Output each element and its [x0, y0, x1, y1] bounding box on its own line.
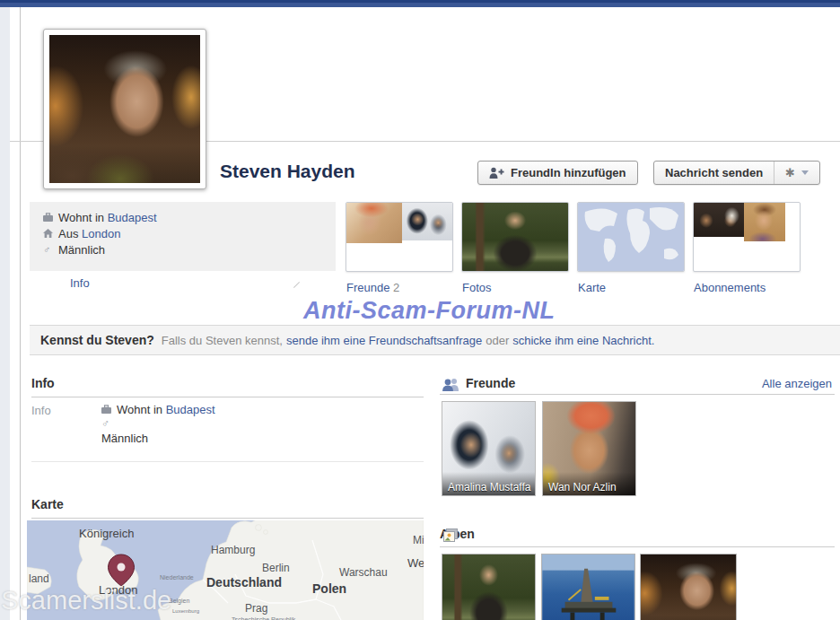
banner-conjunction: oder [486, 334, 509, 347]
top-navbar [0, 0, 840, 7]
add-friend-button[interactable]: FreundIn hinzufügen [477, 161, 638, 185]
add-friend-icon [489, 167, 504, 179]
friends-tile-label[interactable]: Freunde 2 [346, 281, 399, 294]
gender-row: ♂ Männlich [30, 241, 336, 258]
send-message-button[interactable]: Nachricht senden [654, 162, 774, 184]
map-label-berlin: Berlin [262, 562, 290, 574]
info-section-header: Info [31, 376, 424, 397]
info-lives-text: Wohnt in [117, 403, 162, 416]
info-section-title: Info [31, 376, 55, 390]
page-title: Steven Hayden [220, 161, 355, 182]
lives-in-text: Wohnt in [58, 211, 104, 224]
subscriptions-tile[interactable] [693, 202, 801, 272]
left-gutter [0, 7, 10, 620]
world-map-thumbnail [578, 203, 684, 271]
lives-in-link[interactable]: Budapest [108, 211, 157, 224]
map-section-title: Karte [31, 497, 64, 511]
from-row: Aus London [30, 225, 336, 241]
profile-photo[interactable] [43, 29, 206, 189]
friend-tile-amalina[interactable]: Amalina Mustaffa [442, 401, 536, 496]
photos-tile-label[interactable]: Fotos [462, 281, 492, 294]
pencil-icon [293, 282, 300, 288]
watermark-anti-scam: Anti-Scam-Forum-NL [303, 297, 556, 325]
album-thumb-oil-rig[interactable] [541, 554, 635, 620]
settings-dropdown-button[interactable]: ✱ [774, 162, 819, 184]
chevron-down-icon [801, 170, 809, 175]
see-all-friends-link[interactable]: Alle anzeigen [762, 377, 832, 390]
from-text: Aus [58, 227, 78, 240]
photos-tile[interactable] [461, 202, 569, 272]
map-label-belarus: Weiß [407, 556, 424, 570]
friends-section-header: Freunde Alle anzeigen [440, 374, 835, 395]
map-label-czech: Tschechische Republik [232, 616, 296, 620]
message-button-group: Nachricht senden ✱ [653, 161, 820, 185]
send-message-label: Nachricht senden [665, 166, 763, 179]
banner-message-link[interactable]: schicke ihm eine Nachricht. [512, 334, 654, 347]
albums-icon [443, 528, 458, 546]
map-label-hamburg: Hamburg [211, 544, 255, 556]
friend-name: Wan Nor Azlin [543, 472, 635, 495]
know-steven-banner: Kennst du Steven? Falls du Steven kennst… [30, 325, 840, 355]
friend-photo: Amalina Mustaffa [442, 402, 535, 495]
map-label-land: land [29, 572, 49, 585]
banner-friend-request-link[interactable]: sende ihm eine Freundschaftsanfrage [286, 334, 482, 347]
map-label-minsk: Mi [413, 534, 424, 546]
profile-photo-image [49, 35, 200, 183]
subscriptions-tile-photo-2 [744, 203, 785, 241]
map-section-header: Karte [31, 497, 424, 519]
gender-text: Männlich [58, 243, 105, 257]
map-label-netherlands: Niederlande [160, 574, 194, 581]
page-left-border [20, 7, 21, 620]
map-label-prague: Prag [245, 602, 267, 615]
photos-tile-photo [462, 203, 568, 271]
gear-icon: ✱ [785, 166, 795, 179]
male-icon: ♂ [101, 417, 109, 430]
friends-count: 2 [393, 281, 399, 294]
map-label-kingdom: Königreich [79, 527, 134, 540]
friend-name: Amalina Mustaffa [442, 472, 535, 495]
friend-photo: Wan Nor Azlin [543, 402, 635, 495]
friends-tile[interactable] [346, 202, 453, 272]
map-label-luxembourg: Luxemburg [172, 608, 199, 614]
friends-section-title: Freunde [466, 376, 515, 390]
banner-prefix: Falls du Steven kennst, [162, 334, 283, 347]
lives-in-row: Wohnt in Budapest [30, 209, 336, 225]
info-lives-line: Wohnt in Budapest [101, 403, 215, 416]
tab-info[interactable]: Info [70, 276, 90, 290]
info-gender-text: Männlich [101, 432, 148, 445]
from-link[interactable]: London [82, 227, 120, 240]
album-photo [542, 555, 634, 620]
info-row-label: Info [31, 404, 51, 417]
map-tile[interactable] [577, 202, 685, 272]
friends-tile-photo-1 [346, 203, 402, 243]
friend-tile-wan[interactable]: Wan Nor Azlin [542, 401, 636, 496]
map-label-germany: Deutschland [206, 575, 282, 589]
home-icon [43, 229, 58, 239]
album-photo [442, 555, 535, 620]
friends-tile-photo-2 [402, 203, 452, 240]
watermark-scamerslist: Scamerslist.de [1, 586, 171, 616]
album-thumb-garden[interactable] [442, 554, 536, 620]
album-thumb-pub-selfie[interactable] [640, 554, 737, 620]
male-icon: ♂ [43, 245, 58, 254]
map-label-poland: Polen [312, 581, 346, 596]
add-friend-label: FreundIn hinzufügen [511, 166, 626, 179]
briefcase-icon [43, 213, 58, 223]
map-label-belgium: Belgien [169, 598, 189, 605]
map-tile-label[interactable]: Karte [578, 281, 606, 294]
map-label-warsaw: Warschau [339, 566, 388, 579]
about-summary-box: Wohnt in Budapest Aus London ♂ Männlich [30, 202, 336, 271]
info-row-divider [31, 461, 424, 462]
album-photo [641, 555, 737, 620]
briefcase-icon [101, 405, 111, 415]
albums-section-header: Alben [440, 527, 835, 547]
subscriptions-tile-label[interactable]: Abonnements [694, 281, 766, 294]
banner-question: Kennst du Steven? [40, 333, 154, 347]
subscriptions-tile-photo-1 [694, 203, 744, 237]
info-lives-link[interactable]: Budapest [166, 403, 215, 416]
friends-icon [442, 377, 459, 394]
